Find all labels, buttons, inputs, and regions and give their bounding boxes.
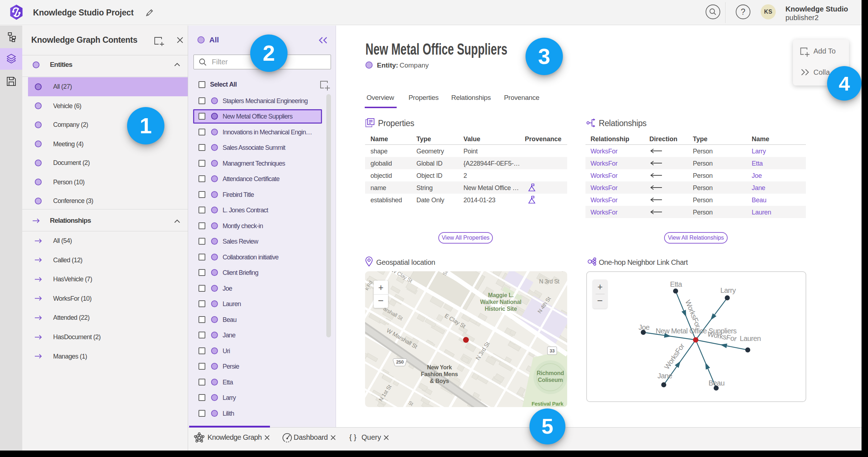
svg-text:Maggie L.: Maggie L. — [488, 292, 513, 298]
svg-text:33: 33 — [550, 348, 555, 354]
svg-text:WorksFor: WorksFor — [684, 299, 702, 329]
svg-text:Richmond: Richmond — [537, 370, 564, 376]
svg-text:Walker National: Walker National — [480, 299, 522, 305]
svg-text:Coliseum: Coliseum — [538, 377, 563, 383]
svg-text:New York: New York — [427, 364, 452, 370]
svg-text:Joe: Joe — [639, 323, 650, 331]
svg-text:Festival Park: Festival Park — [532, 401, 564, 407]
svg-text:250: 250 — [396, 359, 404, 365]
svg-text:Jane: Jane — [658, 372, 672, 380]
svg-text:N 3rd St: N 3rd St — [539, 278, 560, 285]
svg-text:Historic Site: Historic Site — [485, 306, 517, 312]
svg-text:WorksFor: WorksFor — [663, 342, 686, 371]
svg-text:Beau: Beau — [709, 379, 724, 387]
svg-text:Lauren: Lauren — [740, 334, 761, 342]
svg-text:Larry: Larry — [720, 286, 736, 294]
svg-text:Etta: Etta — [670, 280, 682, 288]
svg-text:Fashion Mens: Fashion Mens — [421, 371, 458, 377]
svg-text:& Boys: & Boys — [430, 378, 449, 384]
